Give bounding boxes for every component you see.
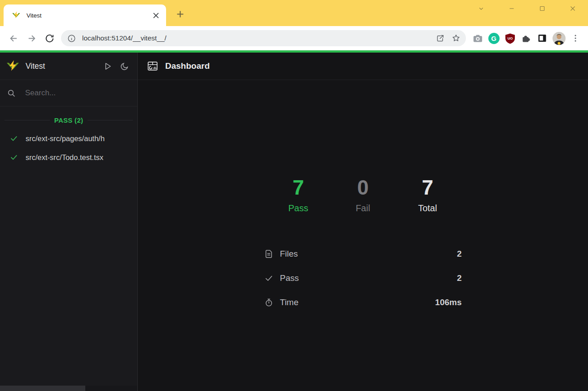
share-icon[interactable] xyxy=(432,30,448,46)
ublock-icon[interactable]: UO xyxy=(502,31,518,46)
detail-label: Files xyxy=(280,249,298,259)
vitest-app: Vitest xyxy=(0,53,588,391)
search-row xyxy=(0,80,137,107)
browser-toolbar: localhost:51204/__vitest__/ xyxy=(0,26,588,50)
chevron-down-icon[interactable] xyxy=(466,0,496,17)
pass-section-header: PASS (2) xyxy=(0,112,137,128)
sidebar: Vitest xyxy=(0,53,138,391)
back-icon[interactable] xyxy=(4,29,22,47)
file-icon xyxy=(264,249,273,258)
test-file-row[interactable]: src/ext-src/pages/auth/h xyxy=(0,129,137,148)
browser-menu-icon[interactable] xyxy=(567,31,584,46)
detail-row-files: Files 2 xyxy=(264,248,462,260)
close-window-button[interactable] xyxy=(557,0,588,17)
dashboard-body: 7 Pass 0 Fail 7 Total xyxy=(138,80,588,391)
minimize-button[interactable] xyxy=(496,0,527,17)
sidebar-header: Vitest xyxy=(0,53,137,80)
reload-icon[interactable] xyxy=(40,29,58,47)
stat-fail: 0 Fail xyxy=(339,176,387,213)
dashboard-header: Dashboard xyxy=(138,53,588,80)
detail-label: Time xyxy=(280,298,299,307)
browser-window: Vitest xyxy=(0,0,588,391)
tab-close-icon[interactable] xyxy=(151,10,161,20)
test-file-path: src/ext-src/pages/auth/h xyxy=(26,134,105,143)
run-details: Files 2 Pass 2 xyxy=(264,248,462,309)
detail-row-time: Time 106ms xyxy=(264,296,462,309)
window-controls xyxy=(466,0,588,17)
scrollbar-thumb[interactable] xyxy=(0,386,85,391)
total-count: 7 xyxy=(404,176,452,199)
site-info-icon[interactable] xyxy=(67,34,76,43)
vitest-favicon-icon xyxy=(12,11,21,20)
search-input[interactable] xyxy=(25,89,130,98)
detail-value: 2 xyxy=(457,273,462,283)
fail-count: 0 xyxy=(339,176,387,199)
profile-avatar[interactable] xyxy=(550,31,567,46)
address-bar[interactable]: localhost:51204/__vitest__/ xyxy=(61,30,466,46)
pass-count: 7 xyxy=(274,176,323,199)
browser-tab[interactable]: Vitest xyxy=(4,4,166,26)
test-file-row[interactable]: src/ext-src/Todo.test.tsx xyxy=(0,148,137,167)
run-all-play-icon[interactable] xyxy=(101,60,113,72)
detail-value: 106ms xyxy=(435,298,461,307)
extensions-row: G UO xyxy=(470,31,584,46)
pass-section-label: PASS (2) xyxy=(54,116,83,124)
dashboard-icon xyxy=(147,60,158,72)
horizontal-scrollbar[interactable] xyxy=(0,386,137,391)
screenshot-camera-icon[interactable] xyxy=(470,31,486,46)
pass-check-icon xyxy=(10,134,18,142)
pass-label: Pass xyxy=(274,203,323,213)
test-file-list: src/ext-src/pages/auth/h src/ext-src/Tod… xyxy=(0,129,137,167)
detail-label: Pass xyxy=(280,273,299,283)
dark-mode-moon-icon[interactable] xyxy=(118,60,130,72)
detail-row-pass: Pass 2 xyxy=(264,272,462,284)
forward-icon[interactable] xyxy=(22,29,40,47)
stat-pass: 7 Pass xyxy=(274,176,323,213)
tab-title: Vitest xyxy=(26,12,151,19)
page-title: Dashboard xyxy=(165,61,210,71)
search-icon xyxy=(7,89,16,98)
side-panel-icon[interactable] xyxy=(534,31,550,46)
total-label: Total xyxy=(404,203,452,213)
bookmark-star-icon[interactable] xyxy=(448,30,464,46)
grammarly-icon[interactable]: G xyxy=(486,31,502,46)
app-title: Vitest xyxy=(26,62,101,71)
stat-total: 7 Total xyxy=(404,176,452,213)
tab-strip: Vitest xyxy=(0,0,588,26)
maximize-button[interactable] xyxy=(527,0,557,17)
check-icon xyxy=(264,274,273,283)
fail-label: Fail xyxy=(339,203,387,213)
svg-text:UO: UO xyxy=(507,36,513,40)
detail-value: 2 xyxy=(457,249,462,259)
vitest-logo-icon xyxy=(6,59,20,73)
test-file-path: src/ext-src/Todo.test.tsx xyxy=(26,153,103,162)
url-text[interactable]: localhost:51204/__vitest__/ xyxy=(82,34,432,42)
dashboard-panel: Dashboard 7 Pass 0 Fail 7 Total xyxy=(138,53,588,391)
new-tab-button[interactable] xyxy=(173,7,187,21)
extensions-puzzle-icon[interactable] xyxy=(518,31,534,46)
pass-check-icon xyxy=(10,153,18,161)
test-summary-stats: 7 Pass 0 Fail 7 Total xyxy=(138,176,588,213)
timer-icon xyxy=(264,298,273,307)
